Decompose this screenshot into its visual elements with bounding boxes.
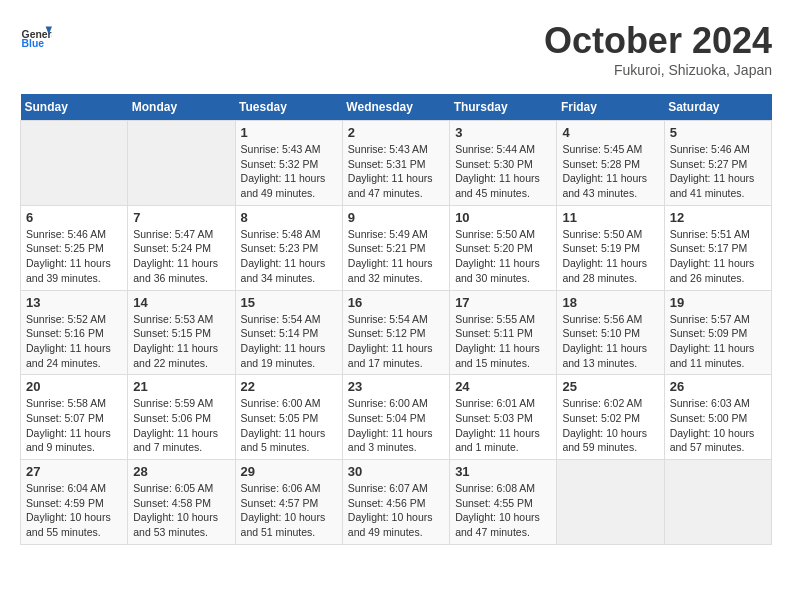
svg-text:Blue: Blue xyxy=(22,38,45,49)
calendar-cell: 18Sunrise: 5:56 AMSunset: 5:10 PMDayligh… xyxy=(557,290,664,375)
day-number: 5 xyxy=(670,125,766,140)
cell-info: Sunrise: 5:47 AMSunset: 5:24 PMDaylight:… xyxy=(133,227,229,286)
day-number: 10 xyxy=(455,210,551,225)
calendar-body: 1Sunrise: 5:43 AMSunset: 5:32 PMDaylight… xyxy=(21,121,772,545)
weekday-header: Wednesday xyxy=(342,94,449,121)
cell-info: Sunrise: 5:50 AMSunset: 5:19 PMDaylight:… xyxy=(562,227,658,286)
day-number: 25 xyxy=(562,379,658,394)
cell-info: Sunrise: 5:54 AMSunset: 5:12 PMDaylight:… xyxy=(348,312,444,371)
day-number: 24 xyxy=(455,379,551,394)
cell-info: Sunrise: 5:44 AMSunset: 5:30 PMDaylight:… xyxy=(455,142,551,201)
cell-info: Sunrise: 5:48 AMSunset: 5:23 PMDaylight:… xyxy=(241,227,337,286)
day-number: 6 xyxy=(26,210,122,225)
cell-info: Sunrise: 6:06 AMSunset: 4:57 PMDaylight:… xyxy=(241,481,337,540)
calendar-cell xyxy=(21,121,128,206)
calendar-table: SundayMondayTuesdayWednesdayThursdayFrid… xyxy=(20,94,772,545)
day-number: 3 xyxy=(455,125,551,140)
cell-info: Sunrise: 5:51 AMSunset: 5:17 PMDaylight:… xyxy=(670,227,766,286)
calendar-cell: 29Sunrise: 6:06 AMSunset: 4:57 PMDayligh… xyxy=(235,460,342,545)
title-block: October 2024 Fukuroi, Shizuoka, Japan xyxy=(544,20,772,78)
calendar-cell: 26Sunrise: 6:03 AMSunset: 5:00 PMDayligh… xyxy=(664,375,771,460)
cell-info: Sunrise: 5:54 AMSunset: 5:14 PMDaylight:… xyxy=(241,312,337,371)
day-number: 23 xyxy=(348,379,444,394)
cell-info: Sunrise: 6:00 AMSunset: 5:04 PMDaylight:… xyxy=(348,396,444,455)
weekday-header: Sunday xyxy=(21,94,128,121)
day-number: 27 xyxy=(26,464,122,479)
calendar-cell: 10Sunrise: 5:50 AMSunset: 5:20 PMDayligh… xyxy=(450,205,557,290)
calendar-cell: 23Sunrise: 6:00 AMSunset: 5:04 PMDayligh… xyxy=(342,375,449,460)
calendar-cell xyxy=(664,460,771,545)
day-number: 21 xyxy=(133,379,229,394)
day-number: 17 xyxy=(455,295,551,310)
calendar-week-row: 27Sunrise: 6:04 AMSunset: 4:59 PMDayligh… xyxy=(21,460,772,545)
day-number: 20 xyxy=(26,379,122,394)
day-number: 8 xyxy=(241,210,337,225)
weekday-header: Tuesday xyxy=(235,94,342,121)
calendar-cell: 20Sunrise: 5:58 AMSunset: 5:07 PMDayligh… xyxy=(21,375,128,460)
calendar-cell: 22Sunrise: 6:00 AMSunset: 5:05 PMDayligh… xyxy=(235,375,342,460)
calendar-cell: 16Sunrise: 5:54 AMSunset: 5:12 PMDayligh… xyxy=(342,290,449,375)
calendar-cell: 13Sunrise: 5:52 AMSunset: 5:16 PMDayligh… xyxy=(21,290,128,375)
day-number: 31 xyxy=(455,464,551,479)
calendar-cell: 11Sunrise: 5:50 AMSunset: 5:19 PMDayligh… xyxy=(557,205,664,290)
calendar-cell: 5Sunrise: 5:46 AMSunset: 5:27 PMDaylight… xyxy=(664,121,771,206)
calendar-cell: 27Sunrise: 6:04 AMSunset: 4:59 PMDayligh… xyxy=(21,460,128,545)
logo: General Blue xyxy=(20,20,52,52)
day-number: 7 xyxy=(133,210,229,225)
cell-info: Sunrise: 5:46 AMSunset: 5:25 PMDaylight:… xyxy=(26,227,122,286)
day-number: 30 xyxy=(348,464,444,479)
calendar-cell: 14Sunrise: 5:53 AMSunset: 5:15 PMDayligh… xyxy=(128,290,235,375)
day-number: 26 xyxy=(670,379,766,394)
weekday-header: Thursday xyxy=(450,94,557,121)
page-header: General Blue October 2024 Fukuroi, Shizu… xyxy=(20,20,772,78)
calendar-cell: 8Sunrise: 5:48 AMSunset: 5:23 PMDaylight… xyxy=(235,205,342,290)
calendar-cell: 9Sunrise: 5:49 AMSunset: 5:21 PMDaylight… xyxy=(342,205,449,290)
calendar-cell: 7Sunrise: 5:47 AMSunset: 5:24 PMDaylight… xyxy=(128,205,235,290)
cell-info: Sunrise: 5:59 AMSunset: 5:06 PMDaylight:… xyxy=(133,396,229,455)
cell-info: Sunrise: 5:56 AMSunset: 5:10 PMDaylight:… xyxy=(562,312,658,371)
calendar-cell: 12Sunrise: 5:51 AMSunset: 5:17 PMDayligh… xyxy=(664,205,771,290)
weekday-header: Friday xyxy=(557,94,664,121)
calendar-cell: 1Sunrise: 5:43 AMSunset: 5:32 PMDaylight… xyxy=(235,121,342,206)
cell-info: Sunrise: 6:01 AMSunset: 5:03 PMDaylight:… xyxy=(455,396,551,455)
calendar-cell: 15Sunrise: 5:54 AMSunset: 5:14 PMDayligh… xyxy=(235,290,342,375)
cell-info: Sunrise: 6:00 AMSunset: 5:05 PMDaylight:… xyxy=(241,396,337,455)
month-title: October 2024 xyxy=(544,20,772,62)
cell-info: Sunrise: 6:02 AMSunset: 5:02 PMDaylight:… xyxy=(562,396,658,455)
cell-info: Sunrise: 5:57 AMSunset: 5:09 PMDaylight:… xyxy=(670,312,766,371)
calendar-cell: 3Sunrise: 5:44 AMSunset: 5:30 PMDaylight… xyxy=(450,121,557,206)
day-number: 2 xyxy=(348,125,444,140)
calendar-cell: 24Sunrise: 6:01 AMSunset: 5:03 PMDayligh… xyxy=(450,375,557,460)
day-number: 13 xyxy=(26,295,122,310)
day-number: 19 xyxy=(670,295,766,310)
calendar-week-row: 6Sunrise: 5:46 AMSunset: 5:25 PMDaylight… xyxy=(21,205,772,290)
day-number: 18 xyxy=(562,295,658,310)
day-number: 15 xyxy=(241,295,337,310)
calendar-header: SundayMondayTuesdayWednesdayThursdayFrid… xyxy=(21,94,772,121)
day-number: 9 xyxy=(348,210,444,225)
cell-info: Sunrise: 5:55 AMSunset: 5:11 PMDaylight:… xyxy=(455,312,551,371)
cell-info: Sunrise: 5:50 AMSunset: 5:20 PMDaylight:… xyxy=(455,227,551,286)
cell-info: Sunrise: 5:58 AMSunset: 5:07 PMDaylight:… xyxy=(26,396,122,455)
cell-info: Sunrise: 6:08 AMSunset: 4:55 PMDaylight:… xyxy=(455,481,551,540)
calendar-cell: 17Sunrise: 5:55 AMSunset: 5:11 PMDayligh… xyxy=(450,290,557,375)
day-number: 29 xyxy=(241,464,337,479)
calendar-cell xyxy=(128,121,235,206)
cell-info: Sunrise: 5:49 AMSunset: 5:21 PMDaylight:… xyxy=(348,227,444,286)
calendar-cell: 2Sunrise: 5:43 AMSunset: 5:31 PMDaylight… xyxy=(342,121,449,206)
calendar-cell: 6Sunrise: 5:46 AMSunset: 5:25 PMDaylight… xyxy=(21,205,128,290)
calendar-cell: 4Sunrise: 5:45 AMSunset: 5:28 PMDaylight… xyxy=(557,121,664,206)
day-number: 22 xyxy=(241,379,337,394)
calendar-week-row: 20Sunrise: 5:58 AMSunset: 5:07 PMDayligh… xyxy=(21,375,772,460)
logo-icon: General Blue xyxy=(20,20,52,52)
cell-info: Sunrise: 5:46 AMSunset: 5:27 PMDaylight:… xyxy=(670,142,766,201)
day-number: 1 xyxy=(241,125,337,140)
cell-info: Sunrise: 5:43 AMSunset: 5:31 PMDaylight:… xyxy=(348,142,444,201)
calendar-cell: 31Sunrise: 6:08 AMSunset: 4:55 PMDayligh… xyxy=(450,460,557,545)
weekday-header: Saturday xyxy=(664,94,771,121)
day-number: 14 xyxy=(133,295,229,310)
cell-info: Sunrise: 5:53 AMSunset: 5:15 PMDaylight:… xyxy=(133,312,229,371)
weekday-row: SundayMondayTuesdayWednesdayThursdayFrid… xyxy=(21,94,772,121)
location-subtitle: Fukuroi, Shizuoka, Japan xyxy=(544,62,772,78)
calendar-cell: 21Sunrise: 5:59 AMSunset: 5:06 PMDayligh… xyxy=(128,375,235,460)
